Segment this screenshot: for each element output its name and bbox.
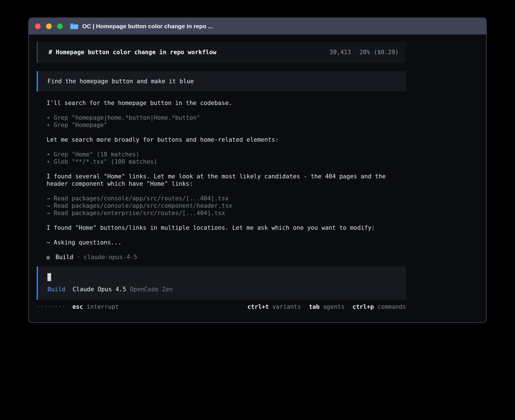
tool-call: ∗ Glob "**/*.tsx" (100 matches) bbox=[47, 158, 406, 165]
agent-icon: ▣ bbox=[47, 253, 50, 261]
agent-name: Build bbox=[55, 253, 73, 261]
session-title: # Homepage button color change in repo w… bbox=[49, 49, 216, 56]
shortcut-group: ctrl+t variants tab agents ctrl+p comman… bbox=[247, 303, 406, 310]
tool-call: ∗ Grep "Home" (18 matches) bbox=[47, 151, 406, 158]
token-count: 39,413 bbox=[329, 49, 351, 56]
session-stats: 39,413 20% ($0.29) bbox=[329, 49, 399, 56]
window-title: OC | Homepage button color change in rep… bbox=[82, 23, 213, 30]
close-button[interactable] bbox=[35, 23, 41, 29]
tool-call: ∗ Grep "Homepage" bbox=[47, 121, 406, 129]
shortcut-esc: esc interrupt bbox=[72, 303, 119, 310]
user-message-text: Find the homepage button and make it blu… bbox=[47, 78, 194, 85]
spinner: ········ bbox=[37, 303, 65, 310]
read-call: → Read packages/enterprise/src/routes/[.… bbox=[47, 209, 406, 217]
agent-status: ▣ Build · claude-opus-4-5 bbox=[47, 253, 406, 261]
user-message: Find the homepage button and make it blu… bbox=[37, 71, 406, 91]
folder-icon bbox=[70, 23, 78, 30]
titlebar[interactable]: OC | Homepage button color change in rep… bbox=[29, 18, 486, 34]
read-call: → Read packages/console/app/src/componen… bbox=[47, 202, 406, 209]
provider-indicator: OpenCode Zen bbox=[130, 286, 173, 293]
context-usage: 20% ($0.29) bbox=[359, 49, 399, 56]
model-row: Build Claude Opus 4.5 OpenCode Zen bbox=[47, 286, 399, 293]
transcript: I'll search for the homepage button in t… bbox=[37, 99, 406, 261]
traffic-lights bbox=[35, 23, 63, 29]
tool-call: ∗ Grep "homepage|home.*button|Home.*butt… bbox=[47, 114, 406, 121]
assistant-text: I found several "Home" links. Let me loo… bbox=[47, 173, 406, 187]
minimize-button[interactable] bbox=[46, 23, 52, 29]
mode-indicator: Build bbox=[47, 286, 65, 293]
read-call-group: → Read packages/console/app/src/routes/[… bbox=[47, 195, 406, 217]
statusbar: ········ esc interrupt ctrl+t variants t… bbox=[37, 303, 406, 310]
text-cursor bbox=[47, 273, 51, 281]
assistant-text: Let me search more broadly for buttons a… bbox=[47, 136, 406, 143]
agent-model: claude-opus-4-5 bbox=[84, 253, 137, 261]
shortcut-agents: tab agents bbox=[309, 303, 344, 310]
asking-status: ~ Asking questions... bbox=[47, 239, 406, 246]
tool-call-group: ∗ Grep "Home" (18 matches) ∗ Glob "**/*.… bbox=[47, 151, 406, 165]
shortcut-variants: ctrl+t variants bbox=[247, 303, 301, 310]
agent-separator: · bbox=[77, 253, 80, 261]
assistant-text: I found "Home" buttons/links in multiple… bbox=[47, 224, 406, 231]
session-header: # Homepage button color change in repo w… bbox=[37, 42, 406, 63]
terminal-window: OC | Homepage button color change in rep… bbox=[28, 18, 487, 323]
input-area[interactable]: Build Claude Opus 4.5 OpenCode Zen bbox=[37, 266, 406, 300]
model-indicator: Claude Opus 4.5 bbox=[73, 286, 126, 293]
assistant-text: I'll search for the homepage button in t… bbox=[47, 99, 406, 107]
tool-call-group: ∗ Grep "homepage|home.*button|Home.*butt… bbox=[47, 114, 406, 129]
read-call: → Read packages/console/app/src/routes/[… bbox=[47, 195, 406, 202]
zoom-button[interactable] bbox=[57, 23, 63, 29]
shortcut-commands: ctrl+p commands bbox=[352, 303, 406, 310]
